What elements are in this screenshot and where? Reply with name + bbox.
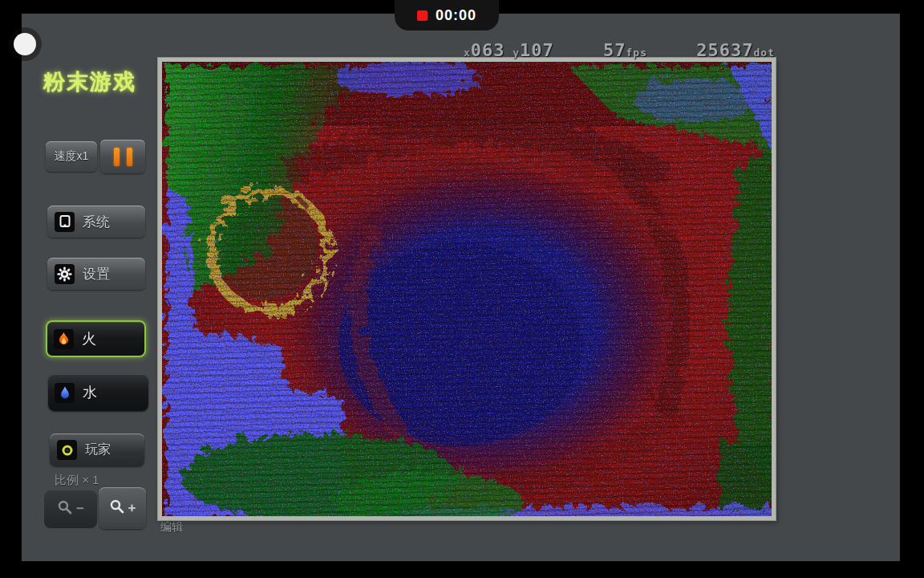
element-button-label: 水 [83,383,97,402]
recording-dot-icon [417,10,428,21]
screen: 00:00 粉末游戏 x063 y107 57fps 25637dot 速度x1 [0,0,924,578]
edit-mode-label: 编辑 [160,520,183,535]
canvas-frame [158,58,776,520]
zoom-out-sign: − [76,501,84,517]
water-drop-icon [55,383,75,403]
scale-label: 比例 × 1 [55,473,99,488]
recording-time: 00:00 [436,7,476,24]
gear-icon [55,264,75,284]
sidebar-item-player[interactable]: 玩家 [50,434,144,466]
pause-button[interactable] [100,140,145,173]
element-button-label: 火 [82,329,96,348]
status-bar: x063 y107 57fps 25637dot [464,40,775,60]
speed-button[interactable]: 速度x1 [46,141,97,172]
element-button-water[interactable]: 水 [48,374,148,411]
zoom-in-button[interactable]: + [99,487,146,529]
element-button-fire[interactable]: 火 [46,320,146,357]
magnifier-icon [57,499,73,519]
sidebar-item-label: 系统 [83,213,110,231]
sidebar-item-label: 设置 [83,265,110,283]
fps-counter: 57fps [603,40,647,60]
game-title: 粉末游戏 [43,67,136,96]
sidebar-item-system[interactable]: 系统 [47,206,145,238]
sidebar-item-label: 玩家 [85,442,111,458]
cursor-coordinates: x063 y107 [464,40,554,60]
magnifier-icon [109,499,125,518]
assistive-touch-button[interactable] [14,33,36,55]
simulation-canvas[interactable] [162,62,772,516]
fire-icon [54,329,74,349]
pause-icon [114,148,132,166]
recording-indicator: 00:00 [395,0,499,31]
monitor-icon [55,212,75,232]
player-ball-icon [57,440,77,460]
dot-counter: 25637dot [696,40,775,60]
sidebar-item-settings[interactable]: 设置 [47,258,145,290]
zoom-out-button[interactable]: − [44,490,97,528]
zoom-in-sign: + [128,500,136,516]
